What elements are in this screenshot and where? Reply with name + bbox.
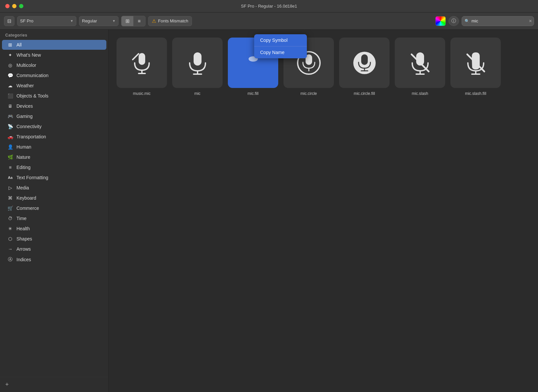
svg-rect-0 [139, 53, 145, 65]
sidebar-item-devices[interactable]: 🖥 Devices [2, 101, 106, 111]
sidebar: Categories ⊞ All ✦ What's New ◎ Multicol… [0, 30, 109, 392]
sidebar-item-text-formatting[interactable]: Aa Text Formatting [2, 173, 106, 182]
icon-box-mic-slash[interactable] [395, 38, 445, 88]
sidebar-item-label: Transportation [16, 134, 46, 139]
icon-box-mic-circle-fill[interactable] [339, 38, 390, 88]
sidebar-item-time[interactable]: ⏱ Time [2, 213, 106, 223]
icon-label-mic-slash-fill: mic.slash.fill [465, 91, 486, 96]
sidebar-item-keyboard[interactable]: ⌘ Keyboard [2, 193, 106, 203]
warning-icon: ⚠ [152, 18, 156, 24]
weight-selector-button[interactable]: Regular ▼ [79, 16, 119, 26]
icon-box-music-mic[interactable] [117, 38, 167, 88]
sidebar-footer: + [0, 377, 108, 392]
content-area: music.mic mic [109, 30, 538, 392]
sidebar-toggle-button[interactable]: ⊟ [4, 16, 14, 26]
grid-view-button[interactable]: ⊞ [121, 16, 133, 26]
sidebar-item-health[interactable]: ✳ Health [2, 224, 106, 234]
font-selector-button[interactable]: SF Pro ▼ [17, 16, 76, 26]
sidebar-item-label: Communication [16, 73, 48, 78]
text-formatting-icon: Aa [7, 176, 13, 180]
chevron-down-icon: ▼ [112, 19, 116, 23]
traffic-lights [5, 4, 23, 8]
sidebar-item-label: Gaming [16, 114, 33, 119]
sidebar-categories-header: Categories [0, 30, 108, 40]
sidebar-item-connectivity[interactable]: 📡 Connectivity [2, 122, 106, 131]
sidebar-item-editing[interactable]: ≡ Editing [2, 162, 106, 172]
commerce-icon: 🛒 [7, 206, 13, 211]
grid-icon: ⊞ [125, 18, 130, 24]
icon-cell-mic-fill[interactable]: Copy Symbol Copy Name mic.fill [228, 38, 278, 96]
fonts-mismatch-button[interactable]: ⚠ Fonts Mismatch [148, 16, 192, 26]
sidebar-item-media[interactable]: ▷ Media [2, 183, 106, 193]
title-bar: SF Pro - Regular - 16.0d18e1 [0, 0, 538, 13]
color-picker-button[interactable] [435, 16, 446, 26]
communication-icon: 💬 [7, 73, 13, 78]
mic-svg [184, 50, 211, 76]
context-menu: Copy Symbol Copy Name [254, 34, 307, 58]
icon-grid: music.mic mic [117, 38, 530, 96]
sidebar-item-label: Weather [16, 83, 34, 88]
icon-label-mic: mic [194, 91, 201, 96]
sidebar-item-shapes[interactable]: ⬡ Shapes [2, 234, 106, 244]
icon-cell-mic[interactable]: mic [172, 38, 223, 96]
multicolor-icon: ◎ [7, 63, 13, 68]
sidebar-item-label: Text Formatting [16, 175, 48, 180]
minimize-button[interactable] [12, 4, 16, 8]
sidebar-item-label: Connectivity [16, 124, 41, 129]
search-box: 🔍 ✕ [462, 16, 534, 26]
transportation-icon: 🚗 [7, 134, 13, 139]
sidebar-item-weather[interactable]: ☁ Weather [2, 81, 106, 91]
search-icon: 🔍 [465, 19, 470, 23]
list-view-button[interactable]: ≡ [133, 16, 145, 26]
mic-circle-fill-svg [351, 50, 378, 76]
sidebar-item-arrows[interactable]: → Arrows [2, 244, 106, 254]
sidebar-item-commerce[interactable]: 🛒 Commerce [2, 203, 106, 213]
sidebar-item-label: Keyboard [16, 195, 36, 201]
info-button[interactable]: ⓘ [448, 16, 459, 26]
objects-tools-icon: ⬛ [7, 93, 13, 98]
copy-name-menu-item[interactable]: Copy Name [254, 46, 307, 58]
sidebar-item-label: Health [16, 226, 30, 231]
music-mic-svg [129, 50, 155, 76]
icon-cell-mic-circle-fill[interactable]: mic.circle.fill [339, 38, 390, 96]
svg-line-3 [133, 54, 139, 60]
sidebar-item-label: All [16, 42, 22, 47]
copy-symbol-menu-item[interactable]: Copy Symbol [254, 34, 307, 46]
sidebar-item-label: Human [16, 144, 31, 150]
sidebar-item-human[interactable]: 👤 Human [2, 142, 106, 152]
icon-cell-music-mic[interactable]: music.mic [117, 38, 167, 96]
maximize-button[interactable] [19, 4, 23, 8]
close-button[interactable] [5, 4, 10, 8]
sidebar-item-nature[interactable]: 🌿 Nature [2, 152, 106, 162]
sidebar-item-indices[interactable]: Ⓐ Indices [2, 254, 106, 265]
main-area: Categories ⊞ All ✦ What's New ◎ Multicol… [0, 30, 538, 392]
font-name-label: SF Pro [20, 18, 33, 23]
sidebar-item-communication[interactable]: 💬 Communication [2, 70, 106, 80]
search-clear-button[interactable]: ✕ [529, 19, 532, 23]
icon-box-mic[interactable] [172, 38, 223, 88]
sidebar-item-whats-new[interactable]: ✦ What's New [2, 50, 106, 60]
shapes-icon: ⬡ [7, 236, 13, 241]
icon-cell-mic-slash-fill[interactable]: mic.slash.fill [450, 38, 501, 96]
sidebar-item-gaming[interactable]: 🎮 Gaming [2, 111, 106, 121]
devices-icon: 🖥 [7, 103, 13, 109]
search-input[interactable] [471, 18, 527, 23]
sidebar-item-multicolor[interactable]: ◎ Multicolor [2, 60, 106, 70]
icon-box-mic-slash-fill[interactable] [450, 38, 501, 88]
add-category-button[interactable]: + [4, 380, 10, 389]
svg-rect-4 [194, 52, 202, 66]
sidebar-item-label: Time [16, 216, 27, 221]
sidebar-item-transportation[interactable]: 🚗 Transportation [2, 132, 106, 142]
all-icon: ⊞ [7, 42, 13, 47]
sidebar-item-all[interactable]: ⊞ All [2, 40, 106, 50]
sidebar-item-objects-tools[interactable]: ⬛ Objects & Tools [2, 91, 106, 101]
gaming-icon: 🎮 [7, 114, 13, 119]
weather-icon: ☁ [7, 83, 13, 88]
sidebar-item-label: Commerce [16, 206, 39, 211]
whats-new-icon: ✦ [7, 52, 13, 58]
window-title: SF Pro - Regular - 16.0d18e1 [241, 4, 297, 9]
icon-label-music-mic: music.mic [133, 91, 150, 96]
icon-cell-mic-slash[interactable]: mic.slash [395, 38, 445, 96]
icon-label-mic-slash: mic.slash [412, 91, 428, 96]
chevron-down-icon: ▼ [70, 19, 73, 23]
